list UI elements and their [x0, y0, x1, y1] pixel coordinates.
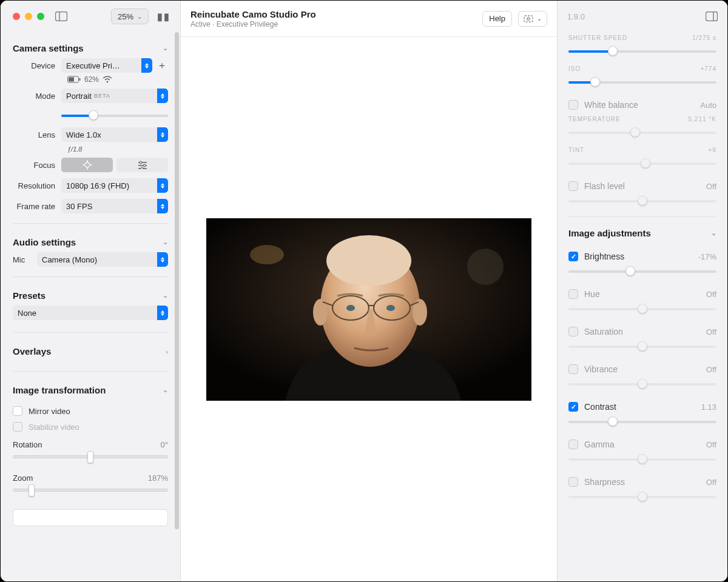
pause-button[interactable]: ▮▮ [157, 8, 170, 25]
gamma-value: Off [706, 440, 716, 449]
right-toolbar: 1.9.0 [558, 1, 727, 32]
bottom-field[interactable] [13, 509, 168, 526]
rotation-value: 0° [161, 440, 168, 449]
minimize-window-button[interactable] [25, 13, 32, 20]
gamma-checkbox[interactable] [568, 440, 578, 449]
iso-value: +774 [700, 65, 716, 72]
chevron-down-icon: ⌄ [711, 229, 716, 237]
rotation-slider[interactable] [13, 453, 168, 465]
vibrance-checkbox[interactable] [568, 364, 578, 374]
contrast-checkbox[interactable]: ✓ [568, 402, 578, 412]
resolution-select[interactable]: 1080p 16:9 (FHD) [61, 178, 168, 193]
shutter-slider[interactable] [568, 45, 716, 58]
sharpness-slider[interactable] [568, 490, 716, 504]
add-device-button[interactable]: ＋ [156, 59, 168, 72]
focus-manual-button[interactable] [116, 158, 168, 172]
svg-point-26 [413, 299, 427, 326]
saturation-value: Off [706, 327, 716, 336]
video-preview[interactable] [206, 218, 531, 401]
hue-label: Hue [584, 289, 700, 299]
svg-rect-0 [56, 12, 67, 21]
sharpness-value: Off [706, 478, 716, 487]
chevron-down-icon: ⌄ [137, 13, 142, 20]
lens-select[interactable]: Wide 1.0x [61, 127, 168, 142]
app-title: Reincubate Camo Studio Pro [190, 9, 476, 19]
presets-select[interactable]: None [13, 306, 168, 320]
zoom-value: 187% [148, 473, 168, 483]
iso-slider[interactable] [568, 76, 716, 89]
sharpness-checkbox[interactable] [568, 477, 578, 487]
left-sidebar: 25% ⌄ ▮▮ Camera settings ⌄ Device Execut… [1, 1, 181, 581]
camera-frame-icon [524, 15, 533, 23]
image-adjustments-header[interactable]: Image adjustments⌄ [568, 217, 716, 241]
sliders-icon [138, 161, 147, 169]
resolution-label: Resolution [13, 181, 61, 190]
svg-point-32 [346, 305, 355, 311]
overlays-header[interactable]: Overlays› [13, 333, 168, 361]
left-scrollbar[interactable] [175, 32, 179, 529]
output-mode-button[interactable]: ⌄ [518, 11, 547, 27]
stabilize-video-checkbox[interactable]: Stabilize video [13, 422, 168, 432]
audio-settings-header[interactable]: Audio settings⌄ [13, 224, 168, 252]
center-toolbar: Reincubate Camo Studio Pro Active · Exec… [181, 1, 557, 37]
mode-select[interactable]: PortraitBETA [61, 89, 168, 103]
saturation-checkbox[interactable] [568, 327, 578, 336]
vibrance-slider[interactable] [568, 378, 716, 391]
saturation-slider[interactable] [568, 340, 716, 353]
svg-point-18 [527, 17, 530, 19]
traffic-lights [10, 13, 47, 20]
hue-checkbox[interactable] [568, 289, 578, 299]
help-button[interactable]: Help [482, 11, 512, 27]
flash-checkbox[interactable] [568, 181, 578, 191]
mirror-video-checkbox[interactable]: Mirror video [13, 406, 168, 416]
device-select[interactable]: Executive Pri… [61, 58, 152, 73]
mode-label: Mode [13, 92, 61, 101]
zoom-slider[interactable] [13, 486, 168, 498]
image-transform-header[interactable]: Image transformation⌄ [13, 372, 168, 400]
right-panel-toggle-button[interactable] [706, 8, 718, 25]
svg-point-12 [140, 161, 142, 164]
zoom-dropdown[interactable]: 25% ⌄ [111, 8, 149, 24]
aperture-value: ƒ/1.8 [67, 146, 168, 153]
flash-slider[interactable] [568, 195, 716, 208]
framerate-select[interactable]: 30 FPS [61, 199, 168, 213]
maximize-window-button[interactable] [37, 13, 44, 20]
tint-slider[interactable] [568, 157, 716, 170]
svg-rect-17 [524, 16, 533, 22]
zoom-value: 25% [118, 12, 133, 21]
lens-label: Lens [13, 130, 61, 139]
focus-auto-button[interactable] [61, 158, 113, 172]
sidebar-toggle-button[interactable] [55, 8, 67, 25]
svg-point-14 [143, 164, 146, 167]
close-window-button[interactable] [13, 13, 20, 20]
zoom-label: Zoom [13, 473, 33, 483]
brightness-value: -17% [698, 252, 716, 261]
shutter-value: 1/275 s [692, 35, 716, 41]
brightness-label: Brightness [584, 252, 692, 261]
chevron-down-icon: ⌄ [163, 292, 168, 299]
battery-icon [67, 76, 81, 83]
contrast-slider[interactable] [568, 415, 716, 429]
shutter-label: SHUTTER SPEED [568, 35, 627, 41]
chevron-down-icon: ⌄ [163, 386, 168, 394]
mode-slider[interactable] [61, 109, 168, 121]
hue-slider[interactable] [568, 303, 716, 316]
svg-point-21 [250, 245, 284, 264]
white-balance-label: White balance [584, 100, 694, 110]
chevron-down-icon: ⌄ [537, 15, 542, 22]
flash-value: Off [706, 182, 716, 191]
presets-header[interactable]: Presets⌄ [13, 277, 168, 306]
temperature-slider[interactable] [568, 126, 716, 139]
camera-settings-header[interactable]: Camera settings ⌄ [13, 32, 168, 58]
svg-point-22 [467, 249, 504, 285]
white-balance-checkbox[interactable] [568, 100, 578, 110]
mic-select[interactable]: Camera (Mono) [37, 252, 168, 267]
brightness-checkbox[interactable]: ✓ [568, 252, 578, 261]
svg-point-24 [326, 235, 411, 286]
gamma-slider[interactable] [568, 453, 716, 466]
app-subtitle: Active · Executive Privilege [190, 20, 476, 28]
contrast-label: Contrast [584, 402, 695, 412]
brightness-slider[interactable] [568, 265, 716, 278]
rotation-label: Rotation [13, 440, 42, 449]
focus-label: Focus [13, 161, 61, 170]
